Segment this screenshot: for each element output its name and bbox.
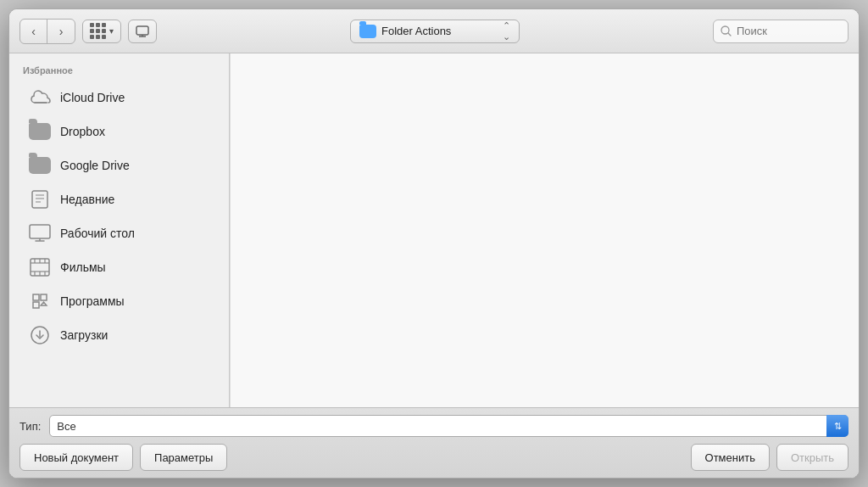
file-area: [230, 53, 859, 407]
open-button[interactable]: Открыть: [776, 444, 849, 471]
sidebar-item-label-dropbox: Dropbox: [60, 125, 105, 138]
sidebar-item-label-movies: Фильмы: [60, 260, 106, 274]
svg-rect-0: [136, 26, 148, 35]
apps-icon: [30, 291, 50, 311]
folder-title-label: Folder Actions: [381, 25, 451, 37]
type-label: Тип:: [19, 420, 41, 433]
film-icon: [30, 258, 50, 277]
search-input[interactable]: [737, 25, 838, 37]
nav-group: ‹ ›: [19, 19, 75, 44]
view-toggle-button[interactable]: ▾: [82, 20, 121, 43]
cancel-button[interactable]: Отменить: [691, 444, 770, 471]
dropbox-folder-icon: [29, 123, 51, 140]
google-drive-folder-icon: [29, 157, 51, 174]
view-chevron-icon: ▾: [109, 26, 114, 36]
bottom-bar: Тип: Все ⇅ Новый документ Параметры Отме…: [9, 407, 859, 478]
toolbar-center: Folder Actions ⌃⌄: [164, 20, 706, 43]
sidebar-item-label-google-drive: Google Drive: [60, 159, 130, 172]
sidebar: Избранное iCloud Drive Dropbox: [9, 53, 230, 407]
action-icon: [136, 25, 149, 37]
sidebar-item-recent[interactable]: Недавние: [14, 182, 224, 216]
search-box[interactable]: [713, 20, 849, 43]
sidebar-item-movies[interactable]: Фильмы: [14, 250, 224, 284]
sidebar-item-google-drive[interactable]: Google Drive: [14, 148, 224, 182]
sidebar-item-desktop[interactable]: Рабочий стол: [14, 216, 224, 250]
params-button[interactable]: Параметры: [140, 444, 227, 471]
sidebar-item-icloud-drive[interactable]: iCloud Drive: [14, 81, 224, 115]
icloud-drive-icon: [28, 89, 52, 106]
title-chevron-icon: ⌃⌄: [503, 20, 510, 42]
sidebar-item-label-icloud: iCloud Drive: [60, 91, 125, 104]
button-row: Новый документ Параметры Отменить Открыт…: [19, 444, 849, 471]
sidebar-item-label-apps: Программы: [60, 294, 125, 308]
folder-title-button[interactable]: Folder Actions ⌃⌄: [350, 20, 520, 43]
toolbar: ‹ › ▾ Folder Actions: [9, 9, 859, 53]
svg-line-4: [728, 33, 731, 36]
sidebar-item-label-recent: Недавние: [60, 193, 114, 206]
type-row: Тип: Все ⇅: [19, 415, 849, 437]
search-icon: [721, 25, 732, 36]
back-button[interactable]: ‹: [20, 20, 47, 43]
new-document-button[interactable]: Новый документ: [19, 444, 133, 471]
svg-rect-9: [30, 225, 50, 238]
type-select-container: Все ⇅: [49, 415, 849, 437]
svg-rect-5: [32, 191, 47, 208]
forward-button[interactable]: ›: [47, 20, 75, 43]
sidebar-item-label-desktop: Рабочий стол: [60, 227, 135, 240]
folder-blue-icon: [359, 25, 376, 38]
sidebar-section-favorites: Избранное: [9, 62, 229, 81]
sidebar-item-apps[interactable]: Программы: [14, 284, 224, 318]
sidebar-item-downloads[interactable]: Загрузки: [14, 318, 224, 352]
finder-window: ‹ › ▾ Folder Actions: [8, 8, 860, 479]
desktop-icon: [29, 224, 51, 243]
sidebar-item-dropbox[interactable]: Dropbox: [14, 115, 224, 148]
action-button[interactable]: [128, 20, 157, 43]
sidebar-item-label-downloads: Загрузки: [60, 328, 108, 342]
download-icon: [30, 325, 50, 345]
type-select[interactable]: Все: [49, 415, 849, 437]
main-content: Избранное iCloud Drive Dropbox: [9, 53, 859, 407]
recent-icon: [30, 189, 50, 210]
grid-view-icon: [90, 23, 106, 39]
